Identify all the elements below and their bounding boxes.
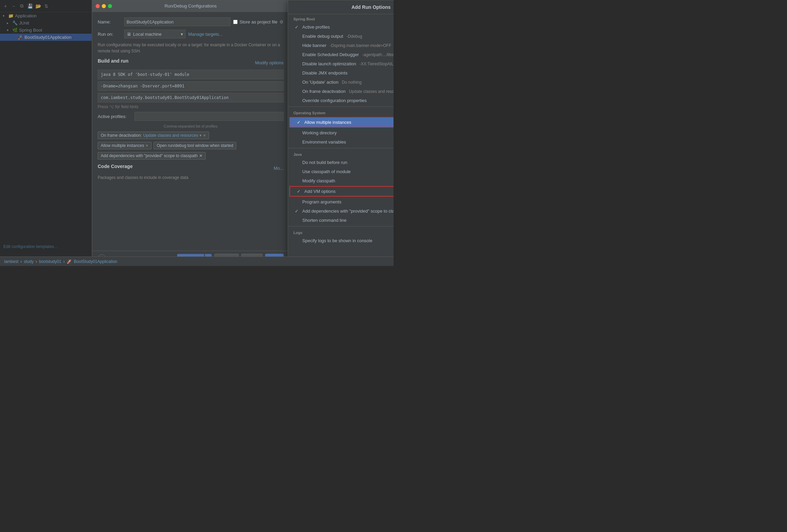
name-row: Name: Store as project file ⚙ xyxy=(98,17,284,26)
item-text: Modify classpath xyxy=(302,178,335,183)
item-hint: -XX:TieredStopAtLevel=1 -nove xyxy=(359,62,394,66)
item-hint: -Dspring.main.banner-mode=OFF xyxy=(330,43,391,48)
store-checkbox-label: Store as project file ⚙ xyxy=(233,19,284,24)
allow-multiple-remove[interactable]: ✕ xyxy=(145,144,148,148)
option-allow-multiple[interactable]: ✓ Allow multiple instances xyxy=(289,117,394,128)
traffic-lights xyxy=(96,4,112,8)
run-on-select[interactable]: 🖥 Local machine ▾ xyxy=(124,30,186,38)
item-text: Enable debug output xyxy=(302,34,343,39)
divider xyxy=(288,226,394,227)
allow-multiple-tag: Allow multiple instances ✕ xyxy=(98,142,151,149)
sdk-input[interactable] xyxy=(98,70,284,79)
option-env-vars[interactable]: Environment variables xyxy=(288,137,394,147)
name-label: Name: xyxy=(98,19,122,24)
main-class-input[interactable] xyxy=(98,93,284,102)
store-settings-icon[interactable]: ⚙ xyxy=(279,19,284,24)
item-text: Enable Scheduled Debugger xyxy=(302,52,359,57)
dropdown-icon[interactable]: ▾ xyxy=(199,133,202,138)
help-text: Run configurations may be executed local… xyxy=(98,42,284,54)
item-hint: Do nothing xyxy=(342,80,362,85)
minimize-button[interactable] xyxy=(102,4,106,8)
option-override-config[interactable]: Override configuration properties xyxy=(288,96,394,105)
add-dep-row: Add dependencies with "provided" scope t… xyxy=(98,152,284,160)
close-button[interactable] xyxy=(96,4,100,8)
option-active-profiles[interactable]: ✓ Active profiles xyxy=(288,22,394,32)
modify-options-link[interactable]: Modify options xyxy=(255,60,284,65)
manage-targets-link[interactable]: Manage targets... xyxy=(188,32,223,37)
option-shorten-cmdline[interactable]: Shorten command line xyxy=(288,216,394,225)
allow-multiple-text: Allow multiple instances xyxy=(101,143,144,148)
active-profiles-label: Active profiles: xyxy=(98,114,132,119)
open-window-tag: Open run/debug tool window when started xyxy=(154,142,236,149)
frame-deactivation-row: On frame deactivation: Update classes an… xyxy=(98,132,284,139)
option-program-args[interactable]: Program arguments xyxy=(288,197,394,206)
run-on-label: Run on: xyxy=(98,32,122,37)
code-coverage-title: Code Coverage xyxy=(98,164,133,169)
option-enable-debug[interactable]: Enable debug output -Ddebug xyxy=(288,32,394,41)
option-use-classpath[interactable]: Use classpath of module xyxy=(288,167,394,176)
active-profiles-input[interactable] xyxy=(134,112,284,121)
breadcrumb-app[interactable]: BootStudy01Application xyxy=(74,259,117,264)
option-add-dep[interactable]: ✓ Add dependencies with "provided" scope… xyxy=(288,206,394,216)
option-disable-jmx[interactable]: Disable JMX endpoints xyxy=(288,68,394,78)
breadcrumb-sep: › xyxy=(20,259,22,264)
bottom-bar: iambest › study › bootstudy01 › 🚀 BootSt… xyxy=(0,256,394,266)
option-add-vm[interactable]: ✓ Add VM options xyxy=(289,186,394,197)
modify-link-coverage[interactable]: Mo... xyxy=(274,166,284,171)
breadcrumb-iambest[interactable]: iambest xyxy=(4,259,18,264)
name-input[interactable] xyxy=(124,17,230,26)
frame-deactivation-tag: On frame deactivation: Update classes an… xyxy=(98,132,209,139)
item-text: Active profiles xyxy=(302,24,330,30)
option-hide-banner[interactable]: Hide banner -Dspring.main.banner-mode=OF… xyxy=(288,41,394,50)
option-update-action[interactable]: On 'Update' action Do nothing xyxy=(288,78,394,87)
run-on-row: Run on: 🖥 Local machine ▾ Manage targets… xyxy=(98,30,284,38)
option-specify-logs[interactable]: Specify logs to be shown in console xyxy=(288,236,394,245)
store-checkbox[interactable] xyxy=(233,20,238,24)
item-text: Specify logs to be shown in console xyxy=(302,238,372,243)
code-coverage-header: Code Coverage Mo... xyxy=(98,164,284,172)
option-add-vm-wrapper: ✓ Add VM options xyxy=(288,185,394,197)
frame-tag-remove[interactable]: ✕ xyxy=(203,133,206,138)
option-modify-classpath[interactable]: Modify classpath xyxy=(288,176,394,185)
check-icon: ✓ xyxy=(297,189,302,194)
option-frame-deactivation[interactable]: On frame deactivation Update classes and… xyxy=(288,87,394,96)
dropdown-icon: ▾ xyxy=(181,32,183,37)
breadcrumb-bootstudy[interactable]: bootstudy01 xyxy=(39,259,61,264)
popup-title: Add Run Options xyxy=(288,0,394,14)
option-disable-launch[interactable]: Disable launch optimization -XX:TieredSt… xyxy=(288,59,394,68)
breadcrumb-sep: › xyxy=(36,259,37,264)
add-dep-remove[interactable]: ✕ xyxy=(199,153,203,158)
divider xyxy=(288,106,394,107)
code-coverage-section: Code Coverage Mo... Packages and classes… xyxy=(98,164,284,180)
option-working-dir[interactable]: Working directory xyxy=(288,128,394,137)
build-run-title: Build and run xyxy=(98,58,128,64)
dialog-title: Run/Debug Configurations xyxy=(164,3,216,9)
option-no-build[interactable]: Do not build before run xyxy=(288,158,394,167)
local-machine-icon: 🖥 xyxy=(127,32,131,37)
store-label-text: Store as project file xyxy=(240,19,277,24)
maximize-button[interactable] xyxy=(108,4,112,8)
item-text: Do not build before run xyxy=(302,160,347,165)
item-text: Environment variables xyxy=(302,139,346,145)
add-dep-tag: Add dependencies with "provided" scope t… xyxy=(98,152,206,160)
add-run-options-popup: Add Run Options Spring Boot ✓ Active pro… xyxy=(288,0,394,266)
item-text: Disable launch optimization xyxy=(302,61,356,66)
vm-options-input[interactable] xyxy=(98,81,284,91)
section-spring-boot: Spring Boot xyxy=(288,14,394,22)
dialog-title-bar: Run/Debug Configurations xyxy=(92,0,289,12)
build-run-header: Build and run Modify options xyxy=(98,58,284,67)
item-text: Program arguments xyxy=(302,199,341,204)
open-window-text: Open run/debug tool window when started xyxy=(157,143,233,148)
frame-deactivation-value[interactable]: Update classes and resources xyxy=(143,133,198,138)
item-hint: -agentpath:.../libshared.so xyxy=(362,52,394,57)
options-tags-row: Allow multiple instances ✕ Open run/debu… xyxy=(98,142,284,149)
section-logs: Logs xyxy=(288,228,394,236)
item-hint: -Ddebug xyxy=(347,34,362,39)
check-icon: ✓ xyxy=(295,209,300,214)
section-os: Operating System xyxy=(288,108,394,116)
item-text: Override configuration properties xyxy=(302,98,367,103)
breadcrumb-study[interactable]: study xyxy=(24,259,34,264)
item-text: Hide banner xyxy=(302,43,326,48)
item-text: Use classpath of module xyxy=(302,169,351,174)
option-scheduled-debugger[interactable]: Enable Scheduled Debugger -agentpath:...… xyxy=(288,50,394,59)
